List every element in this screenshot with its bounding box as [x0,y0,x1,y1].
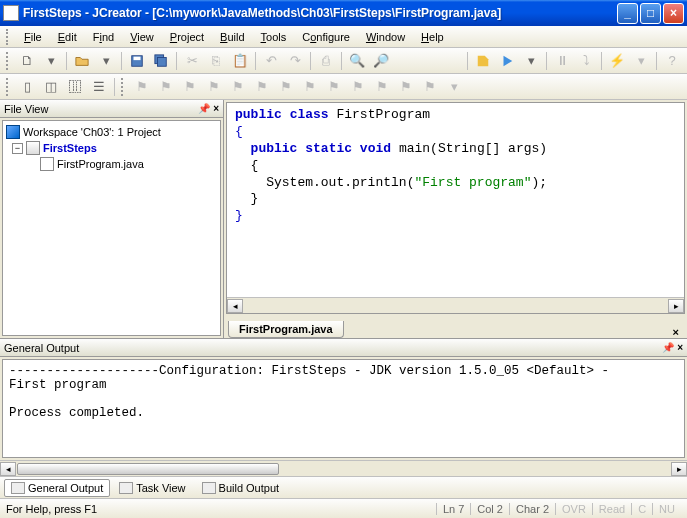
bm6-button[interactable]: ⚑ [251,76,273,98]
bm11-button[interactable]: ⚑ [371,76,393,98]
new-file-button[interactable]: 🗋 [16,50,38,72]
save-all-button[interactable] [150,50,172,72]
status-hint: For Help, press F1 [6,503,436,515]
app-icon [3,5,19,21]
win-cascade-button[interactable]: ▯ [16,76,38,98]
bm4-button[interactable]: ⚑ [203,76,225,98]
cut-button[interactable]: ✂ [181,50,203,72]
project-icon [26,141,40,155]
bm13-button[interactable]: ⚑ [419,76,441,98]
status-ln: Ln 7 [436,503,470,515]
status-c: C [631,503,652,515]
output-pin-icon[interactable]: 📌 [662,342,674,353]
tab-task-view[interactable]: Task View [112,479,192,497]
toolbar-secondary: ▯ ◫ ⿲ ☰ ⚑ ⚑ ⚑ ⚑ ⚑ ⚑ ⚑ ⚑ ⚑ ⚑ ⚑ ⚑ ⚑ ▾ [0,74,687,100]
win-arrange-button[interactable]: ☰ [88,76,110,98]
menu-configure[interactable]: Configure [294,29,358,45]
toolbar-grip[interactable] [6,52,12,70]
bm7-button[interactable]: ⚑ [275,76,297,98]
pin-icon[interactable]: 📌 [198,103,210,114]
editor-hscroll[interactable]: ◂ ▸ [227,297,684,313]
bm12-button[interactable]: ⚑ [395,76,417,98]
bm14-button[interactable]: ▾ [443,76,465,98]
find-button[interactable]: 🔍 [346,50,368,72]
menu-help[interactable]: Help [413,29,452,45]
bm8-button[interactable]: ⚑ [299,76,321,98]
scroll-thumb[interactable] [17,463,279,475]
project-label: FirstSteps [43,142,97,154]
status-col: Col 2 [470,503,509,515]
bottom-tabs: General Output Task View Build Output [0,476,687,498]
bm3-button[interactable]: ⚑ [179,76,201,98]
menu-file[interactable]: File [16,29,50,45]
close-button[interactable]: × [663,3,684,24]
bm2-button[interactable]: ⚑ [155,76,177,98]
help-button[interactable]: ? [661,50,683,72]
menu-project[interactable]: Project [162,29,212,45]
output-text[interactable]: --------------------Configuration: First… [2,359,685,458]
titlebar: FirstSteps - JCreator - [C:\mywork\JavaM… [0,0,687,26]
bm10-button[interactable]: ⚑ [347,76,369,98]
find-in-files-button[interactable]: 🔎 [370,50,392,72]
paste-button[interactable]: 📋 [229,50,251,72]
scroll-left-button[interactable]: ◂ [227,299,243,313]
win-tile-button[interactable]: ◫ [40,76,62,98]
collapse-icon[interactable]: − [12,143,23,154]
output-scroll-left[interactable]: ◂ [0,462,16,476]
close-pane-button[interactable]: × [213,103,219,114]
svg-rect-3 [158,57,167,66]
task-icon [119,482,133,494]
scroll-right-button[interactable]: ▸ [668,299,684,313]
step-button[interactable]: ⤵ [575,50,597,72]
file-tree[interactable]: Workspace 'Ch03': 1 Project − FirstSteps… [2,120,221,336]
print-button[interactable]: ⎙ [315,50,337,72]
tree-project[interactable]: − FirstSteps [6,140,217,156]
build-icon [202,482,216,494]
status-read: Read [592,503,631,515]
editor-area: public class FirstProgram { public stati… [224,100,687,338]
menu-view[interactable]: View [122,29,162,45]
toolbar-grip-2[interactable] [6,78,12,96]
menu-window[interactable]: Window [358,29,413,45]
undo-button[interactable]: ↶ [260,50,282,72]
menubar-grip[interactable] [6,29,12,45]
tab-general-output[interactable]: General Output [4,479,110,497]
bolt-button[interactable]: ⚡ [606,50,628,72]
toolbar-grip-3[interactable] [121,78,127,96]
editor: public class FirstProgram { public stati… [226,102,685,314]
output-hscroll[interactable]: ◂ ▸ [0,460,687,476]
save-button[interactable] [126,50,148,72]
editor-tab-firstprogram[interactable]: FirstProgram.java [228,321,344,338]
compile-button[interactable] [472,50,494,72]
copy-button[interactable]: ⎘ [205,50,227,72]
bm9-button[interactable]: ⚑ [323,76,345,98]
workspace-icon [6,125,20,139]
tree-workspace[interactable]: Workspace 'Ch03': 1 Project [6,124,217,140]
maximize-button[interactable]: □ [640,3,661,24]
menu-find[interactable]: Find [85,29,122,45]
win-split-button[interactable]: ⿲ [64,76,86,98]
new-dropdown-button[interactable]: ▾ [40,50,62,72]
run-button[interactable] [496,50,518,72]
output-close-button[interactable]: × [677,342,683,353]
editor-tab-close-button[interactable]: × [673,326,679,338]
menu-build[interactable]: Build [212,29,252,45]
run-dropdown-button[interactable]: ▾ [520,50,542,72]
output-title: General Output [4,342,662,354]
tab-build-output[interactable]: Build Output [195,479,287,497]
redo-button[interactable]: ↷ [284,50,306,72]
bm1-button[interactable]: ⚑ [131,76,153,98]
menu-tools[interactable]: Tools [253,29,295,45]
output-scroll-right[interactable]: ▸ [671,462,687,476]
svg-rect-1 [134,56,141,60]
tree-file[interactable]: FirstProgram.java [6,156,217,172]
menu-edit[interactable]: Edit [50,29,85,45]
open-dropdown-button[interactable]: ▾ [95,50,117,72]
bm5-button[interactable]: ⚑ [227,76,249,98]
debug-button[interactable]: ⏸ [551,50,573,72]
minimize-button[interactable]: _ [617,3,638,24]
open-button[interactable] [71,50,93,72]
window-buttons: _ □ × [617,3,684,24]
code-editor[interactable]: public class FirstProgram { public stati… [227,103,684,297]
bolt-dropdown-button[interactable]: ▾ [630,50,652,72]
